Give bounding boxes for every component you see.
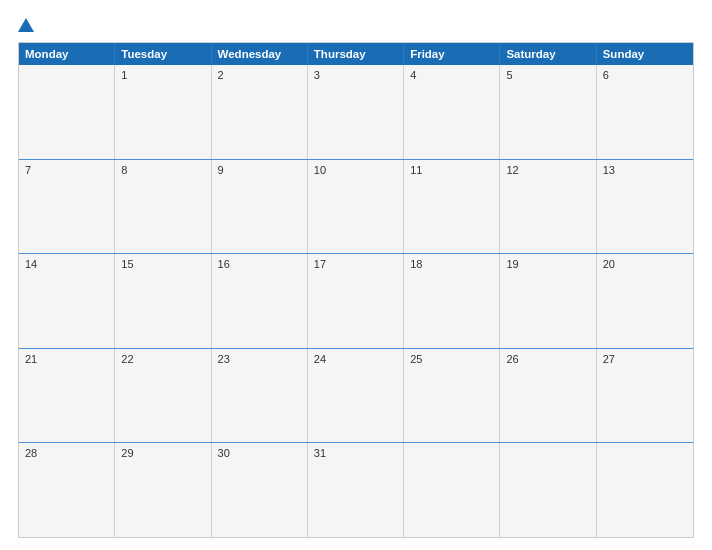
day-number: 17	[314, 258, 397, 270]
day-number: 4	[410, 69, 493, 81]
day-number: 8	[121, 164, 204, 176]
calendar-day-1: 1	[115, 65, 211, 159]
calendar-day-23: 23	[212, 349, 308, 443]
calendar-day-20: 20	[597, 254, 693, 348]
day-number: 24	[314, 353, 397, 365]
calendar-week-5: 28293031	[19, 443, 693, 537]
calendar-day-25: 25	[404, 349, 500, 443]
calendar-week-4: 21222324252627	[19, 349, 693, 444]
day-number: 5	[506, 69, 589, 81]
calendar-header-row: MondayTuesdayWednesdayThursdayFridaySatu…	[19, 43, 693, 65]
day-number: 10	[314, 164, 397, 176]
calendar-day-19: 19	[500, 254, 596, 348]
calendar-week-3: 14151617181920	[19, 254, 693, 349]
calendar-day-31: 31	[308, 443, 404, 537]
day-header-tuesday: Tuesday	[115, 43, 211, 65]
calendar-day-empty	[404, 443, 500, 537]
calendar-day-22: 22	[115, 349, 211, 443]
calendar-day-12: 12	[500, 160, 596, 254]
day-header-friday: Friday	[404, 43, 500, 65]
day-number: 27	[603, 353, 687, 365]
calendar-day-30: 30	[212, 443, 308, 537]
calendar-page: MondayTuesdayWednesdayThursdayFridaySatu…	[0, 0, 712, 550]
day-number: 3	[314, 69, 397, 81]
day-number: 22	[121, 353, 204, 365]
calendar-day-empty	[500, 443, 596, 537]
logo	[18, 18, 38, 32]
day-header-thursday: Thursday	[308, 43, 404, 65]
day-number: 15	[121, 258, 204, 270]
calendar-day-26: 26	[500, 349, 596, 443]
day-number: 31	[314, 447, 397, 459]
calendar-day-empty	[19, 65, 115, 159]
calendar-day-18: 18	[404, 254, 500, 348]
calendar-day-8: 8	[115, 160, 211, 254]
day-number: 9	[218, 164, 301, 176]
calendar-day-empty	[597, 443, 693, 537]
day-number: 23	[218, 353, 301, 365]
calendar-day-13: 13	[597, 160, 693, 254]
day-number: 28	[25, 447, 108, 459]
calendar-day-2: 2	[212, 65, 308, 159]
calendar-day-17: 17	[308, 254, 404, 348]
calendar-week-1: 123456	[19, 65, 693, 160]
day-number: 1	[121, 69, 204, 81]
day-number: 11	[410, 164, 493, 176]
page-header	[18, 18, 694, 32]
calendar-day-15: 15	[115, 254, 211, 348]
day-number: 30	[218, 447, 301, 459]
calendar-day-7: 7	[19, 160, 115, 254]
day-number: 18	[410, 258, 493, 270]
day-header-monday: Monday	[19, 43, 115, 65]
calendar-day-9: 9	[212, 160, 308, 254]
day-number: 29	[121, 447, 204, 459]
calendar-day-5: 5	[500, 65, 596, 159]
day-number: 16	[218, 258, 301, 270]
day-number: 20	[603, 258, 687, 270]
calendar-day-10: 10	[308, 160, 404, 254]
day-number: 25	[410, 353, 493, 365]
calendar-day-6: 6	[597, 65, 693, 159]
calendar-day-4: 4	[404, 65, 500, 159]
logo-blue-row	[18, 18, 38, 32]
day-number: 6	[603, 69, 687, 81]
calendar-day-21: 21	[19, 349, 115, 443]
day-header-wednesday: Wednesday	[212, 43, 308, 65]
calendar-week-2: 78910111213	[19, 160, 693, 255]
calendar-day-16: 16	[212, 254, 308, 348]
logo-triangle-icon	[18, 18, 34, 32]
calendar-day-27: 27	[597, 349, 693, 443]
day-header-sunday: Sunday	[597, 43, 693, 65]
day-number: 26	[506, 353, 589, 365]
calendar-grid: MondayTuesdayWednesdayThursdayFridaySatu…	[18, 42, 694, 538]
day-number: 12	[506, 164, 589, 176]
calendar-day-29: 29	[115, 443, 211, 537]
day-number: 19	[506, 258, 589, 270]
day-number: 7	[25, 164, 108, 176]
day-number: 13	[603, 164, 687, 176]
calendar-body: 1234567891011121314151617181920212223242…	[19, 65, 693, 537]
day-number: 2	[218, 69, 301, 81]
day-number: 14	[25, 258, 108, 270]
calendar-day-28: 28	[19, 443, 115, 537]
day-header-saturday: Saturday	[500, 43, 596, 65]
day-number: 21	[25, 353, 108, 365]
calendar-day-11: 11	[404, 160, 500, 254]
calendar-day-3: 3	[308, 65, 404, 159]
calendar-day-14: 14	[19, 254, 115, 348]
calendar-day-24: 24	[308, 349, 404, 443]
